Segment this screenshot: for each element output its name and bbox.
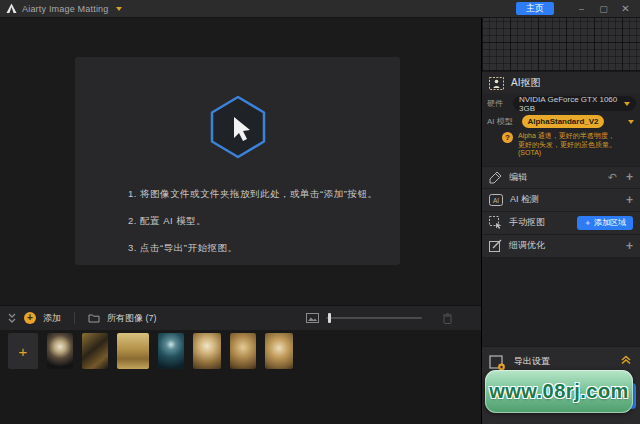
svg-text:AI: AI (493, 196, 499, 203)
model-chevron-down-icon[interactable] (628, 120, 634, 124)
refine-expand-icon[interactable]: + (626, 239, 633, 253)
image-thumbnail-4[interactable] (158, 333, 184, 369)
image-size-icon (306, 313, 319, 323)
main-area: 1. 将图像文件或文件夹拖放到此处，或单击“添加”按钮。 2. 配置 AI 模型… (0, 18, 481, 424)
hardware-label: 硬件 (487, 98, 509, 109)
close-button[interactable]: ✕ (617, 0, 634, 18)
add-images-label[interactable]: 添加 (43, 312, 61, 325)
settings-sidebar: AI抠图 硬件 NVIDIA GeForce GTX 1060 3GB AI 模… (481, 18, 640, 424)
model-hint-row: ? Alpha 通道，更好的半透明度， 更好的头发，更好的景色质量。 (SOTA… (482, 130, 640, 162)
app-logo-icon (6, 3, 17, 14)
image-thumbnail-1[interactable] (47, 333, 73, 369)
tool-sections: 编辑 ↶ + AI AI 检测 + (482, 166, 640, 258)
add-images-icon[interactable]: + (24, 312, 36, 324)
home-button[interactable]: 主页 (516, 2, 554, 15)
ai-matting-section-header: AI抠图 (482, 72, 640, 94)
collapse-export-icon[interactable] (620, 355, 632, 365)
image-thumbnail-7[interactable] (265, 333, 293, 369)
app-title: Aiarty Image Matting (22, 4, 109, 14)
ai-matting-icon (489, 77, 504, 90)
model-row: AI 模型 AlphaStandard_V2 (482, 114, 640, 130)
manual-matting-icon (489, 216, 502, 229)
image-thumbnail-2[interactable] (82, 333, 108, 369)
edit-icon (489, 171, 502, 184)
edit-label: 编辑 (509, 171, 527, 184)
refine-label: 细调优化 (509, 239, 545, 252)
tool-row-ai-detect[interactable]: AI AI 检测 + (482, 189, 640, 212)
edit-expand-icon[interactable]: + (626, 170, 633, 184)
hardware-value: NVIDIA GeForce GTX 1060 3GB (519, 95, 620, 113)
bottom-filler (0, 372, 481, 424)
instruction-line-1: 1. 将图像文件或文件夹拖放到此处，或单击“添加”按钮。 (128, 188, 377, 201)
tool-row-manual-matting[interactable]: 手动抠图 ＋ 添加区域 (482, 212, 640, 235)
tool-row-refine[interactable]: 细调优化 + (482, 235, 640, 258)
thumbnail-toolbar: + 添加 所有图像 (7) (0, 305, 481, 330)
help-icon[interactable]: ? (502, 132, 513, 143)
refine-icon (489, 239, 502, 252)
drop-zone[interactable]: 1. 将图像文件或文件夹拖放到此处，或单击“添加”按钮。 2. 配置 AI 模型… (75, 57, 400, 265)
export-settings-title: 导出设置 (514, 355, 554, 368)
slider-handle[interactable] (328, 313, 331, 323)
watermark-overlay: www.08rj.com (485, 370, 633, 413)
app-window: Aiarty Image Matting 主页 – ▢ ✕ 1. 将图像文件或文… (0, 0, 640, 424)
hardware-row: 硬件 NVIDIA GeForce GTX 1060 3GB (482, 94, 640, 114)
image-thumbnail-5[interactable] (193, 333, 221, 369)
ai-detect-label: AI 检测 (510, 193, 539, 206)
app-menu-chevron-icon[interactable] (116, 7, 122, 11)
ai-matting-title: AI抠图 (511, 76, 540, 90)
transparency-grid-area (482, 18, 640, 72)
sidebar-spacer (482, 258, 640, 347)
all-images-label[interactable]: 所有图像 (7) (107, 312, 157, 325)
watermark-text: www.08rj.com (489, 380, 629, 403)
thumbnail-strip: + (0, 330, 481, 372)
ai-detect-expand-icon[interactable]: + (626, 193, 633, 207)
cursor-hexagon-icon (209, 95, 267, 159)
collapse-panel-icon[interactable] (7, 312, 17, 324)
image-thumbnail-3[interactable] (117, 333, 149, 369)
image-thumbnail-6[interactable] (230, 333, 256, 369)
instruction-line-2: 2. 配置 AI 模型。 (128, 215, 206, 228)
delete-image-icon[interactable] (443, 313, 452, 324)
maximize-button[interactable]: ▢ (595, 0, 612, 18)
model-hint-text: Alpha 通道，更好的半透明度， 更好的头发，更好的景色质量。 (SOTA) (518, 132, 636, 158)
chevron-down-icon (624, 102, 630, 106)
manual-matting-label: 手动抠图 (509, 216, 545, 229)
ai-detect-icon: AI (489, 194, 503, 206)
toolbar-divider (74, 312, 75, 324)
instruction-line-3: 3. 点击“导出”开始抠图。 (128, 242, 237, 255)
thumbnail-size-slider[interactable] (326, 317, 422, 319)
hardware-dropdown[interactable]: NVIDIA GeForce GTX 1060 3GB (513, 96, 636, 111)
add-image-tile[interactable]: + (8, 333, 38, 369)
folder-icon (88, 313, 100, 323)
titlebar: Aiarty Image Matting 主页 – ▢ ✕ (0, 0, 640, 18)
minimize-button[interactable]: – (573, 0, 590, 18)
model-label: AI 模型 (487, 116, 517, 127)
canvas-background: 1. 将图像文件或文件夹拖放到此处，或单击“添加”按钮。 2. 配置 AI 模型… (0, 18, 481, 305)
model-dropdown[interactable]: AlphaStandard_V2 (522, 115, 604, 128)
undo-icon[interactable]: ↶ (608, 171, 617, 184)
add-region-button[interactable]: ＋ 添加区域 (577, 216, 633, 230)
tool-row-edit[interactable]: 编辑 ↶ + (482, 166, 640, 189)
